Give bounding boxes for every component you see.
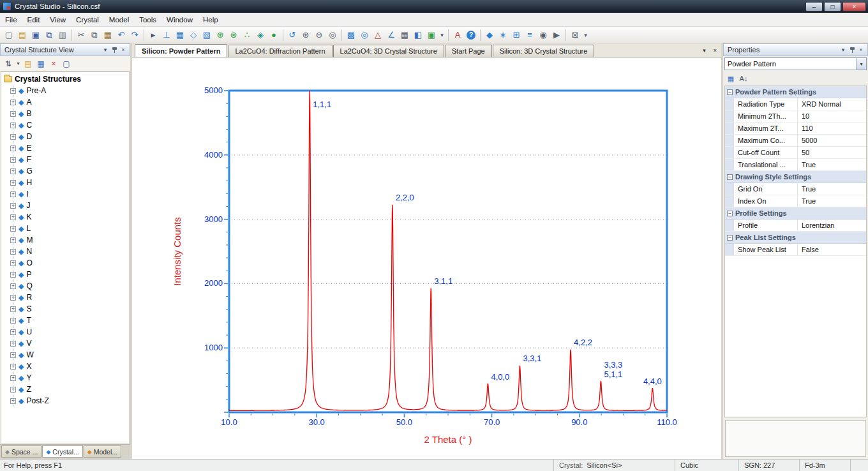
tab-silicon-powder-pattern[interactable]: Silicon: Powder Pattern <box>135 44 227 57</box>
expand-icon[interactable]: + <box>10 318 16 324</box>
expand-icon[interactable]: + <box>10 214 16 220</box>
tree-item-h[interactable]: +◆H <box>1 177 129 188</box>
bottom-tab-crystal[interactable]: ◆Crystal... <box>42 445 82 458</box>
tree-item-g[interactable]: +◆G <box>1 165 129 177</box>
font-icon[interactable]: A <box>451 29 464 41</box>
pattern-grid-icon[interactable]: ▩ <box>345 29 357 41</box>
property-row-translational[interactable]: Translational ...True <box>725 159 866 171</box>
panel-close-icon[interactable]: × <box>119 45 128 54</box>
expand-icon[interactable]: + <box>10 191 16 197</box>
property-group-peak-list-settings[interactable]: −Peak List Settings <box>725 232 866 244</box>
data-table-icon[interactable]: ▦ <box>398 29 411 41</box>
menu-file[interactable]: File <box>0 13 22 26</box>
expand-icon[interactable]: + <box>10 329 16 335</box>
expand-icon[interactable]: + <box>10 352 16 358</box>
expand-icon[interactable]: + <box>10 237 16 243</box>
menu-help[interactable]: Help <box>198 13 223 26</box>
rotate-view-icon[interactable]: ↺ <box>286 29 299 41</box>
property-row-profile[interactable]: ProfileLorentzian <box>725 220 866 232</box>
tree-item-x[interactable]: +◆X <box>1 361 129 372</box>
sphere-style-icon[interactable]: ● <box>267 29 280 41</box>
tree-item-n[interactable]: +◆N <box>1 246 129 257</box>
cluster-icon[interactable]: ∴ <box>241 29 253 41</box>
panel-close-icon[interactable]: × <box>857 45 865 54</box>
collapse-icon[interactable]: − <box>727 174 733 180</box>
measure-angle-icon[interactable]: ∠ <box>385 29 398 41</box>
property-row-maximum-co[interactable]: Maximum Co...5000 <box>725 135 866 147</box>
expand-icon[interactable]: + <box>10 111 16 117</box>
star-view-icon[interactable]: ∗ <box>497 29 509 41</box>
toolbar-overflow2-icon[interactable]: ▾ <box>582 29 589 41</box>
tree-item-l[interactable]: +◆L <box>1 223 129 234</box>
property-group-drawing-style-settings[interactable]: −Drawing Style Settings <box>725 171 866 183</box>
open-file-icon[interactable]: ▤ <box>16 29 29 41</box>
zoom-in-icon[interactable]: ⊕ <box>299 29 312 41</box>
collapse-icon[interactable]: − <box>727 89 733 95</box>
expand-icon[interactable]: + <box>10 203 16 209</box>
pin-icon[interactable] <box>110 45 119 54</box>
expand-icon[interactable]: + <box>10 123 16 128</box>
tree-item-t[interactable]: +◆T <box>1 315 129 326</box>
tree-item-a[interactable]: +◆A <box>1 96 129 108</box>
tree-item-c[interactable]: +◆C <box>1 119 129 131</box>
property-row-show-peak-list[interactable]: Show Peak ListFalse <box>725 244 866 256</box>
expand-icon[interactable]: + <box>10 295 16 301</box>
tree-item-pre-a[interactable]: +◆Pre-A <box>1 85 129 96</box>
property-value[interactable]: 5000 <box>798 135 866 146</box>
delete-structure-icon[interactable]: × <box>48 58 59 70</box>
layers-icon[interactable]: ≡ <box>523 29 536 41</box>
combo-dropdown-icon[interactable]: ▾ <box>856 58 866 70</box>
help-icon[interactable]: ? <box>467 31 475 40</box>
new-structure-icon[interactable]: ▢ <box>61 58 72 70</box>
expand-icon[interactable]: + <box>10 398 16 404</box>
redo-icon[interactable]: ↷ <box>128 29 141 41</box>
print-icon[interactable]: ▥ <box>56 29 69 41</box>
panel-menu-icon[interactable]: ▾ <box>839 45 848 54</box>
expand-icon[interactable]: + <box>10 88 16 94</box>
collapse-icon[interactable]: − <box>727 235 733 241</box>
play-icon[interactable]: ▶ <box>550 29 563 41</box>
property-value[interactable]: Lorentzian <box>798 220 866 231</box>
tree-item-b[interactable]: +◆B <box>1 108 129 119</box>
panel-menu-icon[interactable]: ▾ <box>101 45 110 54</box>
toolbar-overflow-icon[interactable]: ▾ <box>438 29 445 41</box>
expand-icon[interactable]: + <box>10 272 16 278</box>
tree-item-y[interactable]: +◆Y <box>1 372 129 384</box>
axes-icon[interactable]: ⊥ <box>160 29 173 41</box>
tree-item-w[interactable]: +◆W <box>1 349 129 361</box>
tree-item-i[interactable]: +◆I <box>1 188 129 200</box>
select-mode-icon[interactable]: ▸ <box>147 29 160 41</box>
property-value[interactable]: True <box>798 195 866 207</box>
expand-icon[interactable]: + <box>10 168 16 174</box>
menu-tools[interactable]: Tools <box>134 13 161 26</box>
import-structure-icon[interactable]: ▦ <box>35 58 47 70</box>
tree-item-r[interactable]: +◆R <box>1 292 129 303</box>
grid-3d-icon[interactable]: ⊞ <box>510 29 523 41</box>
tree-item-f[interactable]: +◆F <box>1 154 129 165</box>
polyhedra-icon[interactable]: ◈ <box>254 29 267 41</box>
expand-icon[interactable]: + <box>10 387 16 392</box>
menu-model[interactable]: Model <box>104 13 134 26</box>
tree-item-k[interactable]: +◆K <box>1 211 129 223</box>
diffraction-pattern-icon[interactable]: ◎ <box>358 29 371 41</box>
property-row-index-on[interactable]: Index OnTrue <box>725 195 866 207</box>
expand-icon[interactable]: + <box>10 260 16 266</box>
lattice-icon[interactable]: ▦ <box>174 29 186 41</box>
tree-item-p[interactable]: +◆P <box>1 269 129 280</box>
copy-icon[interactable]: ⧉ <box>88 29 101 41</box>
menu-edit[interactable]: Edit <box>22 13 45 26</box>
property-value[interactable]: False <box>798 244 866 255</box>
expand-icon[interactable]: + <box>10 157 16 163</box>
cut-icon[interactable]: ✂ <box>75 29 87 41</box>
tree-root[interactable]: Crystal Structures <box>1 73 129 85</box>
plane-hatch-icon[interactable]: ▧ <box>200 29 213 41</box>
property-value[interactable]: True <box>798 183 866 195</box>
unit-cell-icon[interactable]: ◇ <box>187 29 200 41</box>
sort-structures-icon[interactable]: ⇅ <box>3 58 14 70</box>
properties-object-select[interactable]: Powder Pattern ▾ <box>724 57 867 70</box>
powder-pattern-icon[interactable]: △ <box>371 29 384 41</box>
recenter-icon[interactable]: ◎ <box>326 29 339 41</box>
menu-view[interactable]: View <box>45 13 71 26</box>
categorized-view-icon[interactable]: ▦ <box>725 73 737 84</box>
tree-item-o[interactable]: +◆O <box>1 257 129 269</box>
